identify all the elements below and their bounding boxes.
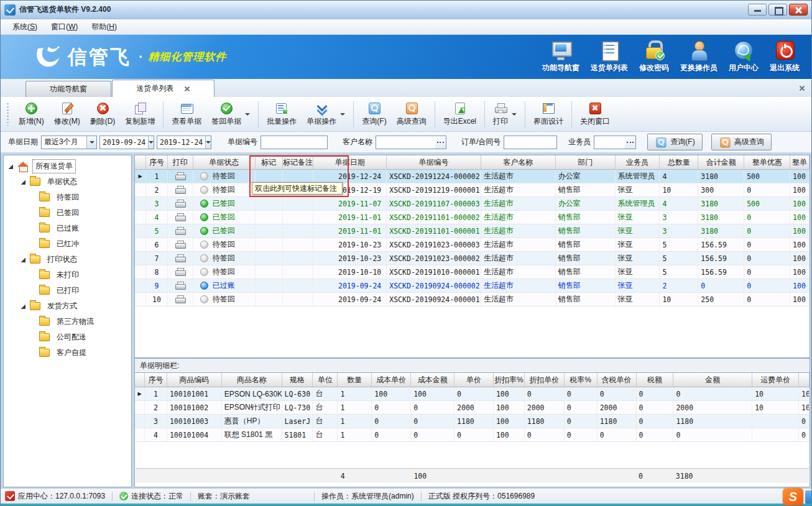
tab-close-icon[interactable]	[184, 86, 190, 92]
col-header[interactable]: 税额	[637, 373, 674, 387]
col-header[interactable]: 运费单价	[752, 373, 799, 387]
date-preset-combo[interactable]: 最近3个月	[41, 136, 97, 149]
col-header[interactable]: 折扣单价	[525, 373, 565, 387]
detail-row[interactable]: 3 100101003 惠普（HP） LaserJ 台 1 0 0 1180 1…	[135, 415, 810, 428]
order-no-input[interactable]	[504, 136, 557, 149]
ellipsis-picker-icon[interactable]	[625, 136, 636, 149]
col-header[interactable]: 含税单价	[597, 373, 637, 387]
minimize-button[interactable]	[748, 4, 767, 16]
col-header[interactable]	[799, 373, 810, 387]
expand-icon[interactable]	[21, 257, 25, 262]
delivery-list-button[interactable]: 送货单列表	[585, 40, 634, 73]
detail-row[interactable]: 1 100101001 EPSON LQ-630K LQ-630 台 1 100…	[135, 387, 810, 401]
dropdown-arrow-icon[interactable]	[512, 113, 517, 116]
col-header[interactable]: 成本单价	[372, 373, 411, 387]
col-header[interactable]: 单据编号	[387, 155, 481, 169]
tree-item-not-printed[interactable]: 未打印	[4, 267, 131, 283]
cell-mark[interactable]	[256, 224, 283, 237]
cell-mark-note[interactable]	[283, 211, 314, 224]
tabstrip-close-icon[interactable]	[799, 85, 805, 91]
col-header[interactable]: 部门	[556, 155, 616, 169]
ellipsis-picker-icon[interactable]	[435, 136, 446, 149]
tree-item-company-delivery[interactable]: 公司配送	[4, 329, 131, 345]
detail-row[interactable]: 2 100101002 EPSON针式打印 LQ-730 台 1 0 0 200…	[135, 401, 810, 415]
change-password-button[interactable]: 修改密码	[634, 40, 675, 73]
menu-item[interactable]: 帮助(H)	[85, 20, 124, 34]
expand-icon[interactable]	[21, 304, 25, 309]
cell-mark-note[interactable]	[283, 265, 314, 278]
col-header[interactable]: 金额	[673, 373, 752, 387]
col-header[interactable]: 整单	[790, 155, 810, 169]
toolbar-grip[interactable]	[7, 103, 9, 126]
exit-system-button[interactable]: 退出系统	[764, 40, 805, 73]
col-header[interactable]: 标记备注	[283, 155, 314, 169]
batch-ops-button[interactable]: 批量操作	[262, 100, 302, 129]
col-header[interactable]: 序号	[146, 155, 168, 169]
table-row[interactable]: 6 待签回 2019-10-23 XSCKD-20191023-000003 生…	[135, 238, 810, 252]
ui-design-button[interactable]: 界面设计	[528, 100, 568, 129]
tree-item-print-status[interactable]: 打印状态	[4, 252, 131, 267]
tab-delivery-list[interactable]: 送货单列表	[112, 80, 215, 97]
col-header[interactable]: 序号	[145, 373, 167, 387]
close-window-button[interactable]: 关闭窗口	[575, 100, 615, 129]
menu-item[interactable]: 系统(S)	[6, 20, 44, 34]
tree-item-shipping-method[interactable]: 发货方式	[4, 298, 131, 314]
tree-item-reversed[interactable]: 已红冲	[4, 236, 131, 252]
table-row[interactable]: 3 已签回 2019-11-07 XSCKD-20191107-000003 生…	[135, 197, 810, 211]
adv-query-button[interactable]: 高级查询	[392, 100, 431, 129]
adv-query-filter-button[interactable]: 高级查询	[711, 134, 772, 150]
table-row[interactable]: 9 已过账 2019-09-24 XSCKD-20190924-000002 生…	[135, 279, 810, 293]
switch-operator-button[interactable]: 更换操作员	[675, 40, 723, 73]
doc-ops-button[interactable]: 单据操作	[302, 100, 350, 129]
cell-mark-note[interactable]	[283, 170, 314, 183]
col-header[interactable]: 规格	[282, 373, 313, 387]
detail-row[interactable]: 4 100101004 联想 S1801 黑 S1801 台 1 0 0 0 1…	[135, 428, 810, 442]
date-to-combo[interactable]: 2019-12-24	[157, 136, 211, 149]
cell-mark-note[interactable]	[283, 224, 314, 237]
col-header[interactable]: 总数量	[660, 155, 698, 169]
table-row[interactable]: 2 待签回 2019-12-19 XSCKD-20191219-000001 生…	[135, 183, 810, 197]
cell-mark[interactable]	[256, 197, 283, 210]
col-header[interactable]: 折扣率%	[494, 373, 525, 387]
copy-new-button[interactable]: 复制新增	[120, 100, 160, 129]
expand-icon[interactable]	[21, 180, 25, 185]
table-row[interactable]: 1 待签回 2019-12-24 XSCKD-20191224-000002 生…	[135, 170, 810, 183]
cell-mark[interactable]	[256, 252, 283, 265]
date-from-combo[interactable]: 2019-09-24	[99, 136, 154, 149]
add-button[interactable]: 新增(N)	[14, 100, 49, 129]
col-header[interactable]: 合计金额	[698, 155, 744, 169]
dropdown-arrow-icon[interactable]	[340, 113, 345, 116]
tree-item-posted[interactable]: 已过账	[4, 221, 131, 236]
col-header[interactable]: 税率%	[565, 373, 597, 387]
col-header[interactable]: 商品名称	[222, 373, 282, 387]
nav-window-button[interactable]: 功能导航窗	[537, 40, 585, 73]
ime-badge[interactable]: S	[783, 488, 803, 505]
expand-icon[interactable]	[8, 164, 13, 169]
tree-item-customer-pickup[interactable]: 客户自提	[4, 345, 131, 361]
combo-dropdown-icon[interactable]	[86, 136, 96, 149]
salesman-input[interactable]	[594, 136, 625, 149]
cell-mark-note[interactable]	[283, 252, 314, 265]
cell-mark[interactable]	[256, 211, 283, 224]
delete-button[interactable]: 删除(D)	[85, 100, 121, 129]
cell-mark[interactable]	[256, 293, 283, 306]
dropdown-arrow-icon[interactable]	[245, 113, 250, 116]
cell-mark[interactable]	[256, 238, 283, 251]
user-center-button[interactable]: 用户中心	[723, 40, 764, 73]
sign-back-button[interactable]: 签回单据	[206, 100, 255, 129]
col-header[interactable]: 单价	[454, 373, 494, 387]
table-row[interactable]: 10 待签回 2019-09-24 XSCKD-20190924-000001 …	[135, 293, 810, 306]
print-button[interactable]: 打印	[488, 100, 522, 129]
cell-mark-note[interactable]	[283, 293, 314, 306]
combo-dropdown-icon[interactable]	[148, 136, 154, 149]
col-header[interactable]: 客户名称	[481, 155, 556, 169]
menu-item[interactable]: 窗口(W)	[44, 20, 85, 34]
export-excel-button[interactable]: 导出Excel	[438, 100, 481, 129]
col-header[interactable]: 单据状态	[193, 155, 256, 169]
col-header[interactable]: 单据日期	[313, 155, 387, 169]
table-row[interactable]: 8 待签回 2019-10-10 XSCKD-20191010-000001 生…	[135, 265, 810, 279]
query-button[interactable]: 查询(F)	[357, 100, 391, 129]
maximize-button[interactable]	[768, 4, 787, 16]
col-header[interactable]: 整单优惠	[744, 155, 790, 169]
tree-item-signed[interactable]: 已签回	[4, 205, 131, 221]
